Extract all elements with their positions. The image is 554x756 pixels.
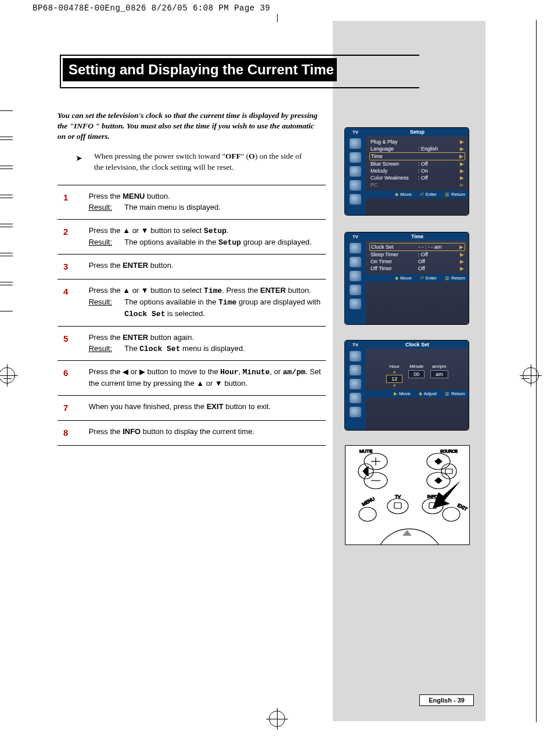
registration-mark	[523, 367, 539, 384]
page-title: Setting and Displaying the Current Time	[63, 58, 337, 81]
note-arrow-icon: ➤	[75, 153, 82, 164]
svg-rect-20	[394, 503, 401, 508]
crop-mark	[277, 14, 278, 22]
step: 5 Press the ENTER button again. Result: …	[57, 326, 326, 361]
osd-title: Setup	[366, 128, 469, 136]
thumb-tabs	[0, 110, 13, 314]
osd-setup: TV Setup Plug & Play▶Language: English▶T…	[345, 128, 469, 215]
page-number: English - 39	[419, 694, 474, 706]
osd-time: TV Time Clock Set- - : - - am▶Sleep Time…	[345, 232, 469, 324]
intro-paragraph: You can set the television's clock so th…	[57, 110, 319, 142]
svg-text:MENU: MENU	[361, 496, 376, 507]
svg-text:MUTE: MUTE	[359, 449, 373, 454]
step: 1 Press the MENU button. Result: The mai…	[57, 185, 326, 219]
svg-text:SOURCE: SOURCE	[440, 449, 458, 453]
svg-point-13	[387, 499, 408, 514]
osd-clockset: TV Clock Set Hour▲12▼Minute00am/pmam ▶Mo…	[345, 341, 469, 430]
result-label: Result:	[89, 202, 123, 213]
svg-point-12	[359, 507, 376, 521]
note-paragraph: ➤ When pressing the power switch toward …	[77, 151, 313, 173]
note-off: OFF	[225, 152, 241, 160]
print-slug: BP68-00478E-00Eng_0826 8/26/05 6:08 PM P…	[33, 3, 270, 13]
svg-point-15	[443, 507, 460, 521]
step: 6 Press the ◀ or ▶ button to move to the…	[57, 360, 326, 395]
osd-title: Time	[366, 232, 469, 241]
note-text: " (	[241, 152, 249, 160]
svg-rect-11	[445, 469, 452, 474]
svg-text:TV: TV	[395, 494, 401, 499]
registration-mark	[0, 367, 15, 384]
note-o: O	[249, 152, 255, 160]
step: 7 When you have finished, press the EXIT…	[57, 395, 326, 420]
step: 4 Press the ▲ or ▼ button to select Time…	[57, 279, 326, 326]
step: 2 Press the ▲ or ▼ button to select Setu…	[57, 219, 326, 255]
note-text: When pressing the power switch toward "	[94, 152, 225, 160]
steps-list: 1 Press the MENU button. Result: The mai…	[57, 185, 326, 446]
step: 3 Press the ENTER button.	[57, 254, 326, 279]
remote-illustration: MUTE SOURCE MENU TV INFO EXIT	[345, 445, 470, 545]
osd-title: Clock Set	[366, 341, 469, 349]
step: 8 Press the INFO button to display the c…	[57, 420, 326, 446]
step-number: 1	[57, 191, 87, 204]
registration-mark	[269, 711, 285, 727]
